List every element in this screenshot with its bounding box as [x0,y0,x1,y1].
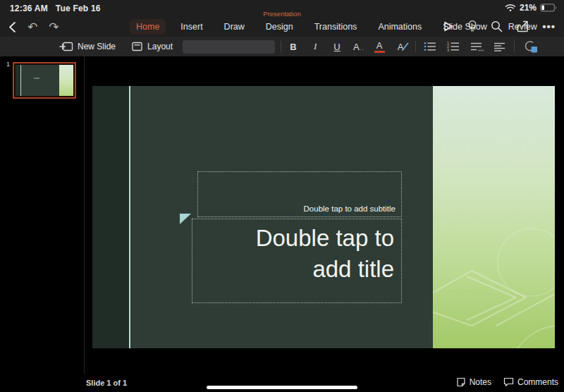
tab-insert[interactable]: Insert [174,19,209,35]
svg-text:3: 3 [447,48,449,51]
share-icon[interactable] [516,20,529,32]
brush-icon [400,42,409,51]
bottom-right-buttons: Notes Comments [456,377,558,387]
ideas-bulb-icon[interactable] [467,20,477,32]
slide-editor[interactable]: Double tap to add subtitle Double tap to… [92,86,555,348]
new-slide-icon [59,40,73,53]
list-options-icon[interactable] [470,42,484,51]
thumbnail-left-band [16,65,20,96]
slide-green-panel [433,86,555,348]
layout-button[interactable]: Layout [131,41,173,52]
numbered-list-icon[interactable]: 123 [447,42,460,51]
comments-label: Comments [517,377,558,387]
slide-thumbnail-selected[interactable] [13,62,76,99]
more-icon[interactable]: ••• [542,21,556,32]
thumbnail-green-panel [59,65,73,96]
underline-button[interactable]: U [329,42,345,52]
subtitle-placeholder-text: Double tap to add subtitle [304,204,396,213]
redo-icon[interactable]: ↷ [49,21,59,33]
comments-button[interactable]: Comments [503,377,558,387]
tab-animations[interactable]: Animations [372,19,428,35]
divider [514,41,515,52]
top-bar: 12:36 AMTue Feb 16 21% Presentation [0,0,564,37]
undo-icon[interactable]: ↶ [27,21,37,33]
divider [415,41,416,52]
decorative-arrows [433,86,555,348]
new-slide-label: New Slide [78,42,116,51]
bottom-bar: Slide 1 of 1 Notes Comments [0,374,564,392]
home-toolbar: New Slide Layout B I U A.. A A [0,37,564,56]
notes-label: Notes [470,377,491,387]
slide-accent-line [129,86,130,348]
align-icon[interactable] [494,42,505,51]
tab-transitions[interactable]: Transitions [308,19,364,35]
play-icon[interactable] [443,20,454,32]
tab-home[interactable]: Home [130,19,166,35]
layout-label: Layout [147,42,173,51]
home-indicator[interactable] [207,386,357,389]
subtitle-placeholder[interactable]: Double tap to add subtitle [197,171,402,217]
slide-left-band [92,86,129,348]
title-placeholder-text: Double tap to add title [211,223,394,284]
thumbnail-placeholder-mark [34,78,39,79]
font-formatting-button[interactable]: A.. [351,42,367,52]
shape-icon[interactable] [523,40,538,54]
tab-draw[interactable]: Draw [218,19,251,35]
italic-button[interactable]: I [307,41,323,52]
document-title: Presentation [0,10,564,18]
teal-triangle-marker [180,214,191,224]
tab-design[interactable]: Design [259,19,300,35]
notes-button[interactable]: Notes [456,377,491,387]
slide-number: 1 [6,61,10,68]
font-color-swatch [374,51,385,53]
title-placeholder[interactable]: Double tap to add title [192,219,402,303]
notes-icon [456,377,466,387]
font-name-box[interactable] [183,40,275,54]
thumbnail-accent-line [20,65,21,96]
text-effects-button[interactable]: A [392,42,409,52]
ellipsis: .. [360,44,365,51]
slide-counter: Slide 1 of 1 [86,379,127,387]
thumbnail-preview [16,65,73,96]
new-slide-button[interactable]: New Slide [59,40,116,53]
font-color-button[interactable]: A [372,41,387,53]
powerpoint-ipad-app: 12:36 AMTue Feb 16 21% Presentation [0,0,564,392]
layout-icon [131,41,143,52]
bullets-icon[interactable] [424,42,436,51]
comments-icon [503,377,514,387]
slide-canvas: Double tap to add subtitle Double tap to… [85,56,564,374]
back-icon[interactable] [8,21,16,33]
bold-button[interactable]: B [286,42,301,52]
search-icon[interactable] [491,20,503,32]
slide-thumbnail-panel: 1 [0,56,85,374]
ribbon-right-icons: ••• [443,18,556,35]
nav-icons: ↶ ↷ [8,19,59,35]
divider [281,41,281,52]
